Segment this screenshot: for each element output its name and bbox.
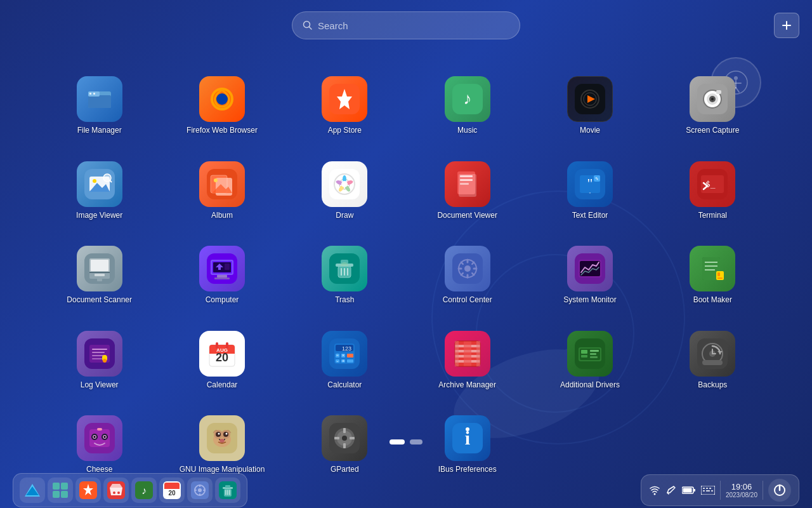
dock-item-app-store[interactable]: [75, 478, 101, 503]
svg-point-45: [214, 178, 218, 182]
svg-text:÷: ÷: [336, 353, 339, 358]
svg-rect-204: [53, 491, 60, 498]
svg-rect-237: [706, 488, 708, 489]
svg-rect-157: [581, 350, 587, 354]
dock-item-trash[interactable]: [215, 478, 240, 503]
calculator-icon: 123 ÷ × - +: [322, 331, 367, 377]
svg-point-94: [464, 265, 471, 272]
pen-icon: [665, 485, 677, 496]
tray-edit[interactable]: [665, 485, 677, 496]
app-item-draw[interactable]: Draw: [284, 155, 406, 227]
app-label-computer: Computer: [206, 295, 239, 305]
app-label-music: Music: [457, 126, 477, 136]
svg-rect-158: [581, 355, 587, 358]
svg-text:20: 20: [216, 351, 228, 364]
tray-divider-2: [763, 481, 763, 500]
archive-manager-icon: [445, 331, 490, 377]
dock-item-launcher[interactable]: [20, 478, 45, 503]
svg-rect-241: [711, 490, 713, 491]
tray-network[interactable]: [649, 485, 660, 496]
svg-rect-238: [709, 488, 711, 489]
svg-point-199: [466, 427, 469, 431]
dock-item-system-settings[interactable]: [187, 478, 213, 503]
app-label-album: Album: [211, 211, 233, 221]
add-button[interactable]: [774, 13, 799, 38]
tray-battery[interactable]: [682, 486, 696, 495]
app-label-text-editor: Text Editor: [572, 211, 608, 221]
file-manager-icon: [77, 76, 122, 122]
app-item-text-editor[interactable]: " " ✎ Text Editor: [528, 155, 651, 227]
dock-item-music[interactable]: ♪: [131, 478, 157, 503]
app-item-ibus[interactable]: i IBus Preferences: [406, 409, 528, 481]
tray-clock[interactable]: 19:06 2023/08/20: [726, 482, 757, 498]
svg-rect-233: [683, 488, 691, 493]
app-item-album[interactable]: Album: [160, 155, 283, 227]
svg-rect-177: [97, 428, 102, 431]
svg-rect-150: [464, 341, 471, 366]
pagination: [0, 439, 812, 444]
app-item-image-viewer[interactable]: Image Viewer: [38, 155, 160, 227]
svg-point-33: [711, 98, 714, 100]
search-icon: [303, 20, 313, 30]
app-item-trash[interactable]: Trash: [284, 239, 406, 312]
svg-point-230: [653, 493, 655, 495]
svg-point-37: [93, 179, 96, 183]
dock-item-calendar[interactable]: 20: [159, 478, 185, 503]
keyboard-icon: [701, 486, 715, 495]
tray-time: 19:06: [731, 482, 752, 491]
app-label-draw: Draw: [336, 211, 353, 221]
svg-rect-161: [590, 356, 598, 358]
system-monitor-icon: [567, 246, 613, 291]
app-item-cheese[interactable]: Cheese: [38, 409, 160, 481]
app-item-gparted[interactable]: GParted: [284, 409, 406, 481]
text-editor-icon: " " ✎: [567, 161, 613, 207]
draw-icon: [322, 161, 367, 207]
dock-item-multitasking[interactable]: [48, 478, 73, 503]
app-item-firefox[interactable]: Firefox Web Browser: [160, 70, 283, 142]
app-item-boot-maker[interactable]: Boot Maker: [652, 239, 774, 312]
svg-text:123: 123: [342, 345, 351, 352]
page-dot-1[interactable]: [390, 439, 405, 444]
svg-point-184: [218, 433, 219, 435]
svg-rect-193: [343, 428, 346, 433]
app-item-control-center[interactable]: Control Center: [406, 239, 528, 312]
app-label-archive-manager: Archive Manager: [438, 380, 496, 391]
svg-text:20: 20: [168, 490, 176, 497]
app-item-document-scanner[interactable]: Document Scanner: [38, 239, 160, 312]
app-item-backups[interactable]: Backups: [652, 324, 774, 397]
app-item-archive-manager[interactable]: Archive Manager: [406, 324, 528, 397]
tray-power-button[interactable]: [768, 479, 791, 502]
svg-text:×: ×: [342, 353, 344, 358]
app-item-music[interactable]: ♪ Music: [406, 70, 528, 142]
calendar-icon: AUG 20: [199, 331, 245, 377]
taskbar: ♪ 20: [0, 472, 812, 508]
app-item-calculator[interactable]: 123 ÷ × - + Calculator: [284, 324, 406, 397]
app-item-computer[interactable]: Computer: [160, 239, 283, 312]
app-label-document-viewer: Document Viewer: [437, 211, 497, 221]
app-item-app-store[interactable]: App Store: [284, 70, 406, 142]
app-item-terminal[interactable]: $_ Terminal: [652, 155, 774, 227]
app-grid: File Manager Firefox Web Browser App Sto…: [0, 57, 812, 494]
search-placeholder: Search: [318, 20, 348, 31]
log-viewer-icon: [77, 331, 122, 377]
app-item-file-manager[interactable]: File Manager: [38, 70, 160, 142]
app-item-additional-drivers[interactable]: Additional Drivers: [528, 324, 651, 397]
svg-rect-75: [95, 274, 105, 276]
svg-rect-129: [226, 342, 228, 349]
dock-item-store[interactable]: [103, 478, 129, 503]
app-item-system-monitor[interactable]: System Monitor: [528, 239, 651, 312]
app-item-calendar[interactable]: AUG 20 Calendar: [160, 324, 283, 397]
app-item-document-viewer[interactable]: Document Viewer: [406, 155, 528, 227]
svg-point-20: [216, 93, 228, 105]
tray-keyboard[interactable]: [701, 486, 715, 495]
page-dot-2[interactable]: [410, 439, 422, 444]
tray-divider-1: [720, 481, 721, 500]
app-item-log-viewer[interactable]: Log Viewer: [38, 324, 160, 397]
svg-rect-153: [476, 341, 480, 366]
app-item-gnu-image[interactable]: GNU Image Manipulation: [160, 409, 283, 481]
search-bar[interactable]: Search: [292, 11, 520, 39]
app-item-movie[interactable]: Movie: [528, 70, 651, 142]
svg-text:♪: ♪: [141, 485, 147, 496]
app-item-screen-capture[interactable]: Screen Capture: [652, 70, 774, 142]
svg-rect-80: [217, 275, 227, 277]
